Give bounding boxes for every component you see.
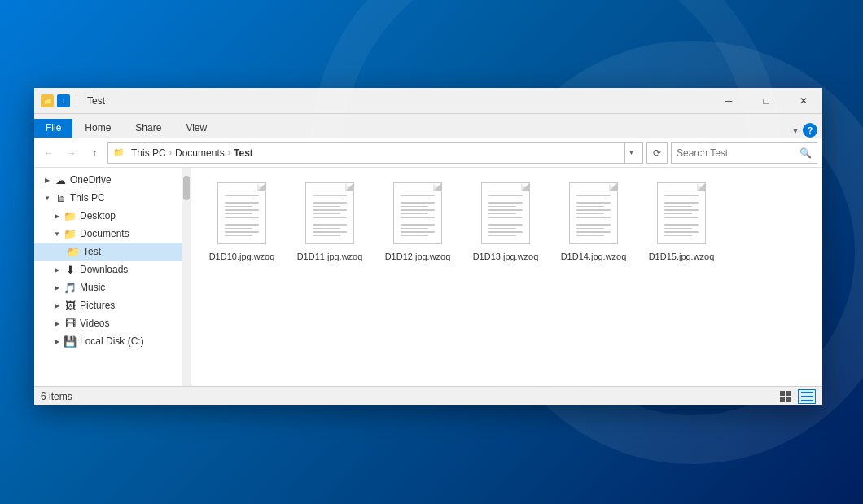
tab-view[interactable]: View (173, 118, 219, 138)
help-button[interactable]: ? (803, 123, 817, 138)
back-button[interactable]: ← (39, 143, 59, 163)
tab-share[interactable]: Share (123, 118, 173, 138)
file-line-4 (488, 209, 523, 211)
titlebar-folder-icon: 📁 (41, 94, 54, 107)
up-button[interactable]: ↑ (85, 143, 104, 163)
sidebar-label-music: Music (80, 282, 105, 293)
crumb-test[interactable]: Test (232, 147, 255, 159)
file-line-10 (401, 231, 435, 233)
file-item[interactable]: D1D10.jpg.wzoq (201, 177, 283, 267)
search-icon[interactable]: 🔍 (799, 147, 812, 159)
documents-folder-icon: 📁 (64, 227, 77, 240)
ribbon-collapse-arrow[interactable]: ▼ (791, 126, 799, 135)
close-button[interactable]: ✕ (785, 88, 822, 114)
sidebar-item-videos[interactable]: ▶ 🎞 Videos (34, 314, 182, 332)
file-line-11 (401, 235, 428, 237)
grid-view-button[interactable] (777, 389, 795, 404)
file-line-11 (225, 235, 252, 237)
file-line-3 (401, 206, 428, 208)
file-line-7 (225, 221, 252, 222)
file-name: D1D11.jpg.wzoq (297, 251, 363, 262)
file-line-10 (664, 231, 699, 233)
titlebar-left: 📁 ↓ Test (34, 94, 710, 107)
sidebar-item-downloads[interactable]: ▶ ⬇ Downloads (34, 261, 182, 278)
search-box[interactable]: 🔍 (671, 142, 817, 164)
file-item[interactable]: D1D13.jpg.wzoq (465, 177, 546, 267)
file-line-5 (225, 213, 252, 215)
titlebar-quick-access[interactable]: ↓ (57, 94, 70, 107)
maximize-button[interactable]: □ (747, 88, 785, 114)
expand-arrow-thispc: ▼ (41, 191, 54, 204)
titlebar: 📁 ↓ Test ─ □ ✕ (34, 88, 822, 114)
file-line-5 (664, 213, 692, 215)
crumb-thispc[interactable]: This PC (129, 147, 168, 159)
item-count: 6 items (41, 391, 72, 402)
expand-arrow: ▶ (41, 173, 54, 186)
forward-button[interactable]: → (62, 143, 81, 163)
sidebar-item-music[interactable]: ▶ 🎵 Music (34, 278, 182, 296)
file-line-9 (225, 228, 252, 230)
file-item[interactable]: D1D14.jpg.wzoq (553, 177, 634, 267)
file-page (393, 182, 442, 244)
videos-icon: 🎞 (64, 317, 77, 330)
tab-file[interactable]: File (34, 119, 72, 138)
svg-rect-2 (780, 397, 785, 402)
address-box[interactable]: 📁 This PC › Documents › Test ▼ (107, 142, 643, 164)
file-line-6 (488, 217, 523, 218)
file-line-4 (576, 209, 611, 211)
sidebar-item-localdisk[interactable]: ▶ 💾 Local Disk (C:) (34, 332, 182, 350)
file-grid: D1D10.jpg.wzoq D1D11.jpg.wzoq D1D12.jpg.… (191, 168, 822, 386)
sidebar-item-thispc[interactable]: ▼ 🖥 This PC (34, 189, 182, 207)
svg-rect-3 (786, 397, 791, 402)
file-page (217, 182, 266, 244)
refresh-button[interactable]: ⟳ (646, 142, 668, 164)
list-view-button[interactable] (798, 389, 816, 404)
svg-rect-4 (801, 392, 813, 393)
file-item[interactable]: D1D15.jpg.wzoq (641, 177, 722, 267)
sidebar-item-documents[interactable]: ▼ 📁 Documents (34, 225, 182, 243)
sidebar-item-desktop[interactable]: ▶ 📁 Desktop (34, 207, 182, 225)
file-line-10 (576, 231, 611, 233)
crumb-documents[interactable]: Documents (173, 147, 226, 159)
file-line-7 (488, 221, 516, 222)
sidebar-item-test[interactable]: 📁 Test (34, 243, 182, 261)
sidebar-scrollbar[interactable] (182, 168, 191, 386)
sidebar-item-pictures[interactable]: ▶ 🖼 Pictures (34, 296, 182, 314)
file-line-4 (225, 209, 259, 211)
file-line-0 (576, 195, 611, 196)
addressbar: ← → ↑ 📁 This PC › Documents › Test ▼ ⟳ 🔍 (34, 138, 822, 168)
file-page (657, 182, 706, 244)
file-line-0 (225, 195, 259, 196)
file-icon (567, 182, 620, 248)
expand-arrow-localdisk: ▶ (50, 335, 64, 348)
file-line-1 (225, 199, 252, 200)
svg-rect-1 (786, 391, 791, 396)
search-input[interactable] (677, 147, 799, 159)
file-line-3 (225, 206, 252, 208)
statusbar-view-controls (777, 389, 816, 404)
file-line-10 (225, 231, 259, 233)
minimize-button[interactable]: ─ (710, 88, 747, 114)
file-name: D1D10.jpg.wzoq (209, 251, 275, 262)
file-line-3 (664, 206, 692, 208)
file-line-0 (664, 195, 699, 196)
file-line-0 (488, 195, 523, 196)
test-folder-icon: 📁 (67, 245, 80, 258)
sidebar-label-desktop: Desktop (80, 210, 116, 221)
tab-home[interactable]: Home (72, 118, 123, 138)
svg-rect-0 (780, 391, 785, 396)
file-item[interactable]: D1D12.jpg.wzoq (377, 177, 458, 267)
expand-arrow-test (60, 245, 67, 258)
pictures-icon: 🖼 (64, 299, 77, 312)
sidebar-item-onedrive[interactable]: ▶ ☁ OneDrive (34, 171, 182, 189)
address-dropdown[interactable]: ▼ (624, 142, 637, 164)
file-item[interactable]: D1D11.jpg.wzoq (289, 177, 370, 267)
file-line-7 (401, 221, 428, 222)
file-icon (480, 182, 532, 248)
file-line-3 (576, 206, 604, 208)
file-line-1 (488, 199, 516, 200)
file-line-1 (313, 199, 340, 200)
file-line-11 (664, 235, 692, 237)
file-icon (392, 182, 444, 248)
downloads-icon: ⬇ (64, 263, 77, 276)
